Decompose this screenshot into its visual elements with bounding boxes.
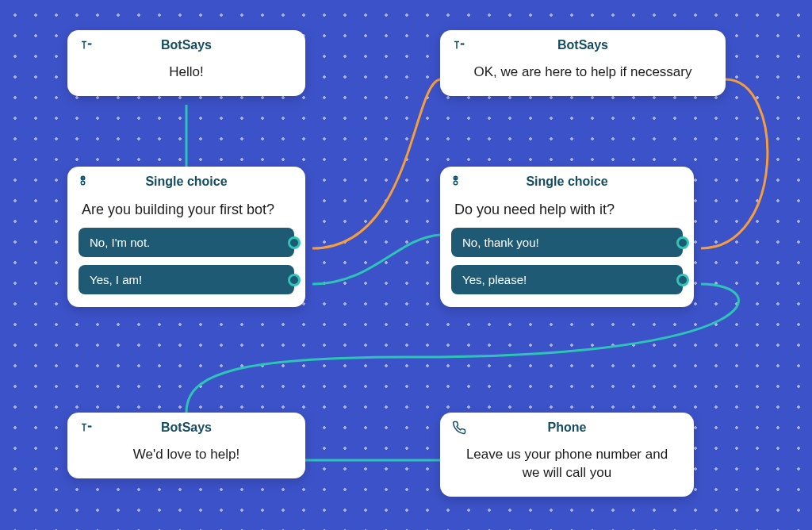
node-header: BotSays bbox=[67, 413, 305, 441]
node-header: BotSays bbox=[67, 30, 305, 59]
output-port[interactable] bbox=[676, 236, 689, 249]
node-title: BotSays bbox=[451, 38, 714, 52]
node-botsays-lovehelp[interactable]: BotSays We'd love to help! bbox=[67, 413, 305, 478]
svg-point-6 bbox=[463, 44, 464, 44]
node-header: Single choice bbox=[440, 167, 694, 195]
choice-option-yes[interactable]: Yes, please! bbox=[451, 265, 683, 294]
node-phone[interactable]: Phone Leave us your phone number and we … bbox=[440, 413, 694, 497]
text-icon bbox=[79, 420, 94, 436]
node-body-text: Hello! bbox=[67, 59, 305, 96]
choice-label: No, thank you! bbox=[462, 236, 539, 249]
radio-list-icon bbox=[451, 174, 467, 190]
node-body: Are you building your first bot? No, I'm… bbox=[67, 195, 305, 307]
node-botsays-ok[interactable]: BotSays OK, we are here to help if neces… bbox=[440, 30, 726, 96]
node-body-text: Leave us your phone number and we will c… bbox=[440, 441, 694, 497]
svg-point-11 bbox=[90, 426, 91, 427]
node-title: BotSays bbox=[79, 421, 294, 435]
radio-list-icon bbox=[79, 174, 94, 190]
choice-question: Are you building your first bot? bbox=[79, 198, 294, 228]
choice-question: Do you need help with it? bbox=[451, 198, 683, 228]
phone-icon bbox=[451, 420, 467, 436]
output-port[interactable] bbox=[676, 274, 689, 286]
node-header: Phone bbox=[440, 413, 694, 441]
node-body: Do you need help with it? No, thank you!… bbox=[440, 195, 694, 307]
choice-label: No, I'm not. bbox=[90, 236, 150, 249]
node-body-text: We'd love to help! bbox=[67, 441, 305, 478]
svg-point-5 bbox=[461, 44, 462, 44]
output-port[interactable] bbox=[288, 274, 301, 286]
choice-option-yes[interactable]: Yes, I am! bbox=[79, 265, 294, 294]
svg-point-4 bbox=[81, 181, 85, 185]
output-port[interactable] bbox=[288, 236, 301, 249]
node-single-choice-needhelp[interactable]: Single choice Do you need help with it? … bbox=[440, 167, 694, 307]
svg-point-0 bbox=[88, 44, 89, 44]
node-title: Single choice bbox=[451, 175, 683, 189]
text-icon bbox=[451, 37, 467, 53]
svg-point-8 bbox=[455, 178, 457, 179]
node-title: BotSays bbox=[79, 38, 294, 52]
node-header: Single choice bbox=[67, 167, 305, 195]
node-single-choice-firstbot[interactable]: Single choice Are you building your firs… bbox=[67, 167, 305, 307]
text-icon bbox=[79, 37, 94, 53]
node-title: Phone bbox=[451, 421, 683, 435]
svg-point-3 bbox=[82, 178, 84, 179]
svg-point-10 bbox=[88, 426, 89, 427]
choice-label: Yes, I am! bbox=[90, 273, 142, 286]
node-botsays-hello[interactable]: BotSays Hello! bbox=[67, 30, 305, 96]
choice-option-no[interactable]: No, I'm not. bbox=[79, 228, 294, 257]
svg-point-1 bbox=[90, 44, 91, 44]
choice-label: Yes, please! bbox=[462, 273, 527, 286]
choice-option-no[interactable]: No, thank you! bbox=[451, 228, 683, 257]
node-body-text: OK, we are here to help if necessary bbox=[440, 59, 726, 96]
svg-point-9 bbox=[454, 181, 458, 185]
node-title: Single choice bbox=[79, 175, 294, 189]
node-header: BotSays bbox=[440, 30, 726, 59]
